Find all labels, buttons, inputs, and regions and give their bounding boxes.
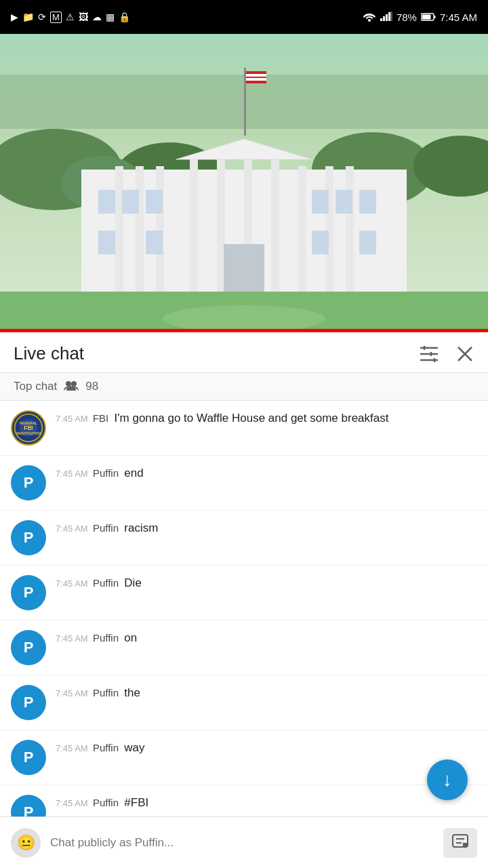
status-left: ▶ 📁 ⟳ M ⚠ 🖼 ☁ ▦ 🔒 bbox=[11, 12, 130, 23]
message-text: the bbox=[124, 685, 140, 701]
message-author: FBI bbox=[93, 412, 115, 424]
message-author: Puffin bbox=[93, 577, 124, 589]
signal-bars bbox=[380, 12, 392, 23]
clock: 7:45 AM bbox=[440, 12, 477, 23]
message-content: 7:45 AM Puffin racism bbox=[56, 520, 477, 536]
chat-message: P7:45 AM Puffin end bbox=[0, 456, 488, 511]
message-text: I'm gonna go to Waffle House and get som… bbox=[115, 410, 389, 427]
filter-icon[interactable] bbox=[419, 345, 439, 363]
svg-rect-39 bbox=[312, 231, 329, 254]
message-content: 7:45 AM Puffin #FBI bbox=[56, 795, 477, 811]
wifi-icon bbox=[363, 11, 376, 24]
avatar: P bbox=[11, 465, 46, 500]
svg-rect-33 bbox=[146, 190, 163, 214]
chat-message: P7:45 AM Puffin way bbox=[0, 730, 488, 785]
avatar: P bbox=[11, 685, 46, 720]
message-author: Puffin bbox=[93, 522, 124, 534]
svg-rect-17 bbox=[246, 74, 266, 77]
message-time: 7:45 AM bbox=[56, 578, 93, 589]
svg-rect-22 bbox=[156, 166, 164, 292]
svg-rect-38 bbox=[359, 190, 376, 214]
viewers-icon bbox=[64, 380, 79, 393]
svg-rect-37 bbox=[336, 190, 352, 214]
status-bar: ▶ 📁 ⟳ M ⚠ 🖼 ☁ ▦ 🔒 bbox=[0, 0, 488, 34]
message-text: way bbox=[124, 740, 144, 756]
emoji-icon: 😐 bbox=[17, 834, 35, 852]
svg-rect-27 bbox=[298, 166, 306, 292]
chat-message: P7:45 AM Puffin Die bbox=[0, 566, 488, 620]
avatar: P bbox=[11, 630, 46, 665]
chat-input-field[interactable] bbox=[50, 828, 434, 858]
message-text: Die bbox=[124, 575, 142, 591]
battery-percentage: 78% bbox=[396, 12, 417, 23]
svg-rect-4 bbox=[390, 12, 392, 21]
status-right: 78% 7:45 AM bbox=[363, 11, 477, 24]
svg-rect-26 bbox=[271, 159, 279, 292]
svg-rect-2 bbox=[386, 14, 388, 21]
message-author: Puffin bbox=[93, 797, 124, 808]
video-frame bbox=[0, 34, 488, 332]
svg-rect-0 bbox=[380, 18, 382, 21]
chat-messages-list: FEDERAL FBI INVESTIGATION 7:45 AM FBI I'… bbox=[0, 401, 488, 868]
video-player[interactable] bbox=[0, 34, 488, 332]
message-content: 7:45 AM Puffin the bbox=[56, 685, 477, 701]
emoji-button[interactable]: 😐 bbox=[11, 828, 41, 858]
message-time: 7:45 AM bbox=[56, 414, 93, 424]
svg-rect-35 bbox=[146, 231, 163, 254]
battery-icon bbox=[421, 12, 436, 23]
message-content: 7:45 AM Puffin way bbox=[56, 740, 477, 756]
svg-rect-16 bbox=[246, 71, 266, 83]
image-icon: 🖼 bbox=[79, 12, 88, 22]
svg-point-54 bbox=[71, 381, 77, 387]
svg-rect-21 bbox=[136, 166, 144, 292]
avatar: P bbox=[11, 520, 46, 555]
close-icon[interactable] bbox=[455, 344, 474, 363]
svg-rect-29 bbox=[346, 166, 354, 292]
message-time: 7:45 AM bbox=[56, 743, 93, 753]
folder-icon: 📁 bbox=[22, 12, 34, 22]
warning-icon: ⚠ bbox=[66, 12, 75, 22]
live-chat-title: Live chat bbox=[14, 343, 84, 364]
svg-rect-41 bbox=[224, 244, 264, 292]
scroll-down-arrow-icon: ↓ bbox=[443, 770, 452, 789]
send-button[interactable] bbox=[443, 828, 477, 858]
svg-rect-31 bbox=[98, 190, 115, 214]
svg-rect-40 bbox=[359, 231, 376, 254]
avatar: FEDERAL FBI INVESTIGATION bbox=[11, 410, 46, 446]
youtube-icon: ▶ bbox=[11, 12, 18, 22]
svg-rect-18 bbox=[246, 78, 266, 81]
svg-rect-6 bbox=[434, 16, 435, 18]
message-content: 7:45 AM Puffin on bbox=[56, 630, 477, 646]
message-author: Puffin bbox=[93, 742, 124, 753]
chat-message: P7:45 AM Puffin the bbox=[0, 675, 488, 730]
send-icon bbox=[451, 833, 469, 852]
message-author: Puffin bbox=[93, 632, 124, 644]
svg-point-43 bbox=[163, 305, 325, 332]
live-chat-header: Live chat bbox=[0, 332, 488, 373]
message-text: racism bbox=[124, 520, 158, 536]
svg-rect-34 bbox=[98, 231, 115, 254]
message-time: 7:45 AM bbox=[56, 633, 93, 644]
lock-icon: 🔒 bbox=[119, 12, 130, 22]
svg-rect-15 bbox=[244, 68, 246, 136]
avatar: P bbox=[11, 740, 46, 775]
message-author: Puffin bbox=[93, 467, 124, 479]
svg-rect-20 bbox=[115, 166, 123, 292]
avatar: P bbox=[11, 575, 46, 610]
sync-icon: ⟳ bbox=[38, 12, 46, 22]
chat-message: P7:45 AM Puffin on bbox=[0, 620, 488, 675]
svg-rect-36 bbox=[312, 190, 329, 214]
message-time: 7:45 AM bbox=[56, 688, 93, 698]
svg-rect-44 bbox=[0, 329, 488, 332]
viewers-count: 98 bbox=[85, 380, 98, 393]
message-author: Puffin bbox=[93, 687, 124, 698]
svg-rect-1 bbox=[383, 16, 385, 21]
scroll-down-button[interactable]: ↓ bbox=[427, 760, 468, 800]
message-content: 7:45 AM Puffin Die bbox=[56, 575, 477, 591]
message-text: end bbox=[124, 465, 143, 481]
cloud-icon: ☁ bbox=[92, 12, 102, 22]
svg-rect-3 bbox=[388, 12, 390, 21]
message-time: 7:45 AM bbox=[56, 524, 93, 534]
chat-input-bar: 😐 bbox=[0, 816, 488, 868]
live-chat-controls bbox=[419, 344, 474, 363]
